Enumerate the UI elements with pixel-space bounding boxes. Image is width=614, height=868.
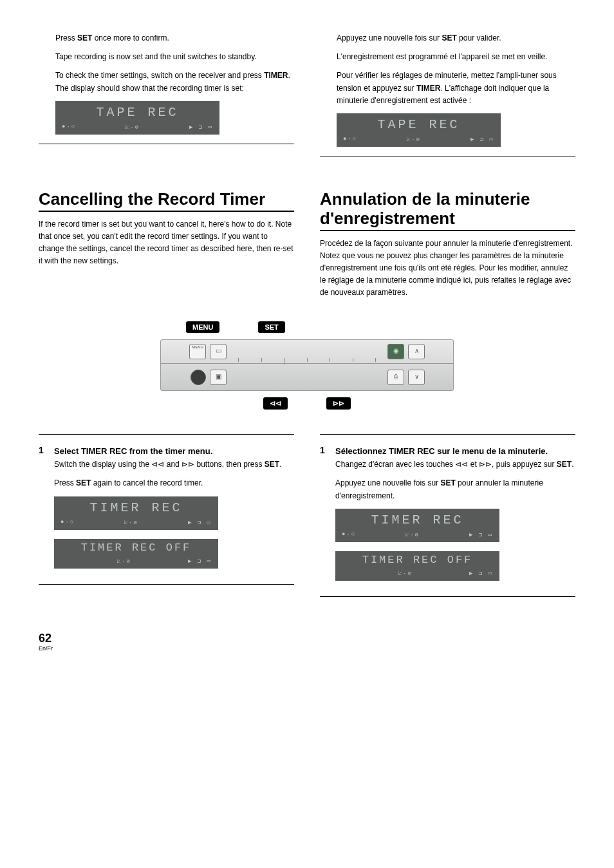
top-columns: Press SET once more to confirm. Tape rec… — [39, 32, 575, 167]
text: To check the timer settings, switch on t… — [55, 71, 264, 80]
lcd-text: TIMER REC — [335, 513, 499, 527]
text: buttons, then press — [194, 460, 265, 469]
power-icon — [191, 370, 206, 385]
text: . — [572, 460, 573, 469]
lcd-text: TAPE REC — [55, 105, 219, 120]
lcd-icon-right: ▶ ⊐ ▭ — [469, 570, 493, 577]
text: Changez d'écran avec les touches — [335, 460, 455, 469]
set-label: SET — [76, 478, 91, 487]
text: and — [164, 460, 181, 469]
remote-body: MENU ▭ ◉ ∧ ▣ ⎙ ∨ — [160, 339, 454, 391]
lcd-display: TAPE REC ●·○ ⟀·⊘ ▶ ⊐ ▭ — [55, 101, 219, 135]
lcd-icon-mid: ⟀·⊘ — [407, 136, 421, 143]
prev-icon: ⊲⊲ — [455, 460, 468, 469]
en-standby-line: Tape recording is now set and the unit s… — [55, 51, 294, 63]
step-title: Select TIMER REC from the timer menu. — [54, 445, 294, 458]
divider — [320, 434, 575, 435]
set-label: SET — [77, 33, 92, 42]
lcd-display: TIMER REC ●·○ ⟀·⊘ ▶ ⊐ ▭ — [54, 496, 218, 530]
next-icon: ⊳⊳ — [181, 460, 194, 469]
lcd-icon-right: ▶ ⊐ ▭ — [470, 136, 494, 143]
timer-label: TIMER — [264, 71, 288, 80]
remote-down-button: ∨ — [408, 370, 425, 385]
lcd-icons: ●·○ ⟀·⊘ ▶ ⊐ ▭ — [342, 531, 493, 538]
lcd-icon-left: ●·○ — [62, 124, 76, 130]
step-line1: Switch the display using the ⊲⊲ and ⊳⊳ b… — [54, 458, 294, 471]
remote-button: ▣ — [210, 370, 227, 385]
step-line1: Changez d'écran avec les touches ⊲⊲ et ⊳… — [335, 458, 575, 471]
lcd-icon-mid: ⟀·⊘ — [126, 124, 140, 131]
remote-button: ▭ — [210, 344, 227, 359]
lcd-display: TAPE REC ●·○ ⟀·⊘ ▶ ⊐ ▭ — [337, 113, 501, 147]
set-label: SET — [258, 321, 284, 333]
en-confirm-line: Press SET once more to confirm. — [55, 32, 294, 44]
lcd-text: TIMER REC OFF — [54, 542, 218, 554]
divider — [39, 584, 294, 585]
lcd-icons: ⟀·⊘ ▶ ⊐ ▭ — [342, 570, 493, 577]
text: , puis appuyez sur — [492, 460, 557, 469]
top-col-en: Press SET once more to confirm. Tape rec… — [39, 32, 294, 167]
remote-scale — [238, 358, 376, 366]
text: et — [468, 460, 479, 469]
lcd-display: TIMER REC ●·○ ⟀·⊘ ▶ ⊐ ▭ — [335, 509, 499, 542]
step-number: 1 — [320, 445, 326, 590]
menu-button-icon: MENU — [189, 344, 206, 359]
text: again to cancel the record timer. — [91, 478, 203, 487]
lcd-icon-mid: ⟀·⊘ — [117, 558, 131, 565]
set-label: SET — [440, 478, 455, 487]
set-label: SET — [265, 460, 279, 469]
lcd-text: TAPE REC — [337, 117, 501, 132]
en-check-line: To check the timer settings, switch on t… — [55, 70, 294, 94]
lcd-icon-left: ●·○ — [342, 531, 356, 538]
text: pour valider. — [457, 33, 501, 42]
heading-en: Cancelling the Record Timer — [39, 190, 294, 212]
intro-en: If the record timer is set but you want … — [39, 218, 294, 268]
lcd-icon-right: ▶ ⊐ ▭ — [188, 519, 212, 526]
fr-standby-line: L'enregistrement est programmé et l'appa… — [337, 51, 575, 63]
intro-fr: Procédez de la façon suivante pour annul… — [320, 238, 575, 299]
set-label: SET — [557, 460, 572, 469]
divider — [320, 156, 575, 156]
top-col-fr: Appuyez une nouvelle fois sur SET pour v… — [320, 32, 575, 167]
divider — [39, 434, 294, 435]
next-label: ⊳⊳ — [326, 397, 351, 410]
remote-illustration: MENU SET MENU ▭ ◉ ∧ ▣ ⎙ ∨ ⊲⊲ — [39, 321, 575, 410]
lcd-icons: ⟀·⊘ ▶ ⊐ ▭ — [60, 558, 212, 565]
divider — [320, 596, 575, 597]
lcd-icons: ●·○ ⟀·⊘ ▶ ⊐ ▭ — [62, 124, 213, 131]
set-label: SET — [442, 33, 456, 42]
step-fr: 1 Sélectionnez TIMER REC sur le menu de … — [320, 445, 575, 590]
page-langs: En/Fr — [39, 645, 575, 652]
next-icon: ⊳⊳ — [479, 460, 492, 469]
remote-up-button: ∧ — [408, 344, 425, 359]
lcd-icon-right: ▶ ⊐ ▭ — [469, 531, 493, 538]
lcd-display: TIMER REC OFF ⟀·⊘ ▶ ⊐ ▭ — [54, 539, 218, 569]
lcd-icons: ●·○ ⟀·⊘ ▶ ⊐ ▭ — [60, 519, 212, 526]
divider — [39, 144, 294, 144]
prev-label: ⊲⊲ — [263, 397, 288, 410]
lcd-icon-mid: ⟀·⊘ — [398, 570, 413, 577]
lcd-icon-left: ●·○ — [343, 136, 357, 142]
step-line2: Press SET again to cancel the record tim… — [54, 477, 294, 489]
timer-label: TIMER — [416, 84, 440, 93]
text: Appuyez une nouvelle fois sur — [337, 33, 442, 42]
lcd-icon-left: ●·○ — [60, 519, 75, 525]
lcd-icon-mid: ⟀·⊘ — [124, 519, 138, 526]
remote-button-green: ◉ — [387, 344, 404, 359]
step-title: Sélectionnez TIMER REC sur le menu de la… — [335, 445, 575, 458]
fr-check-line: Pour vérifier les réglages de minuterie,… — [337, 70, 575, 107]
heading-fr: Annulation de la minuterie d'enregistrem… — [320, 190, 575, 231]
lcd-icons: ●·○ ⟀·⊘ ▶ ⊐ ▭ — [343, 136, 494, 143]
step-en: 1 Select TIMER REC from the timer menu. … — [39, 445, 294, 578]
text: Appuyez une nouvelle fois sur — [335, 478, 440, 487]
steps-row: 1 Select TIMER REC from the timer menu. … — [39, 428, 575, 607]
menu-label: MENU — [186, 321, 219, 333]
text: Press — [55, 33, 77, 42]
remote-button: ⎙ — [387, 370, 404, 385]
lcd-icon-right: ▶ ⊐ ▭ — [189, 124, 213, 131]
text: once more to confirm. — [92, 33, 169, 42]
page-footer: 62 En/Fr — [39, 632, 575, 652]
lcd-text: TIMER REC — [54, 500, 218, 515]
step-number: 1 — [39, 445, 45, 578]
text: Switch the display using the — [54, 460, 151, 469]
